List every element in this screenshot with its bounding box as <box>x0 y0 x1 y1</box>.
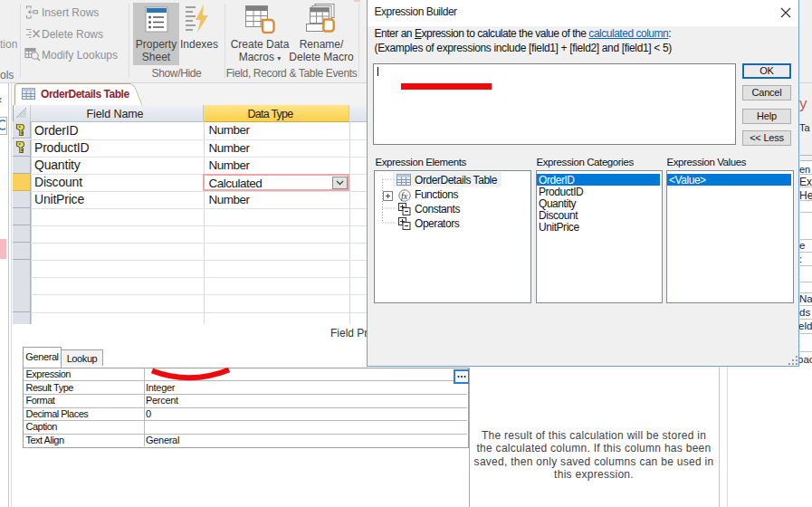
svg-text:fx: fx <box>401 190 408 200</box>
